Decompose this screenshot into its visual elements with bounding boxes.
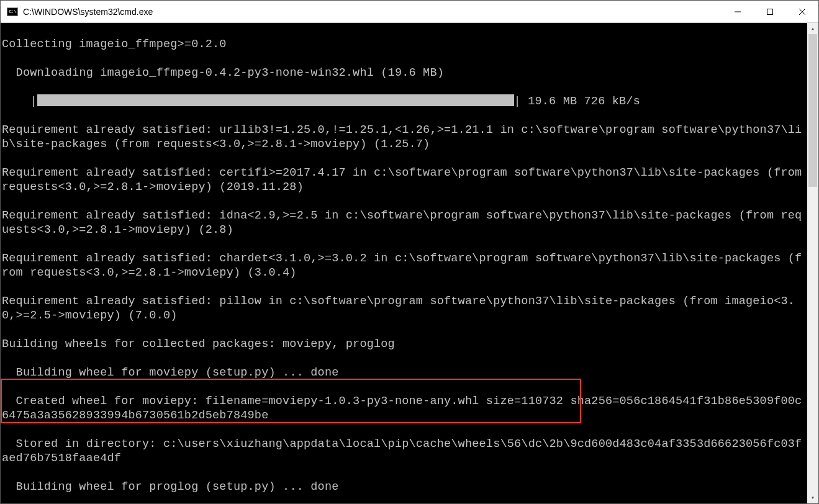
output-line: Stored in directory: c:\users\xiuzhang\a… [2, 437, 806, 466]
close-button[interactable] [786, 1, 818, 22]
output-line: Requirement already satisfied: certifi>=… [2, 166, 806, 194]
output-line: Building wheel for proglog (setup.py) ..… [2, 480, 806, 494]
output-line: Building wheels for collected packages: … [2, 337, 806, 351]
progress-bar-fill [37, 94, 514, 106]
scrollbar-thumb[interactable] [808, 34, 817, 187]
output-line: Requirement already satisfied: pillow in… [2, 294, 806, 323]
cmd-window: C:\ C:\WINDOWS\system32\cmd.exe Collecti… [0, 0, 819, 504]
terminal-output[interactable]: Collecting imageio_ffmpeg>=0.2.0 Downloa… [1, 23, 807, 503]
window-controls [722, 1, 818, 22]
content-area: Collecting imageio_ffmpeg>=0.2.0 Downloa… [1, 23, 818, 503]
output-line: Downloading imageio_ffmpeg-0.4.2-py3-non… [2, 66, 806, 80]
cmd-icon: C:\ [7, 7, 18, 16]
minimize-icon [734, 8, 741, 16]
scroll-up-arrow-icon[interactable]: ▴ [807, 23, 818, 34]
titlebar[interactable]: C:\ C:\WINDOWS\system32\cmd.exe [1, 1, 818, 23]
output-line: Building wheel for moviepy (setup.py) ..… [2, 366, 806, 380]
progress-line: || 19.6 MB 726 kB/s [2, 94, 806, 109]
maximize-icon [766, 8, 774, 16]
vertical-scrollbar[interactable]: ▴ ▾ [807, 23, 818, 503]
progress-indent [2, 95, 30, 108]
svg-rect-1 [767, 9, 773, 14]
progress-bar-start: | [30, 95, 37, 108]
progress-status: 19.6 MB 726 kB/s [521, 95, 640, 108]
progress-bar-end: | [514, 95, 521, 108]
scroll-down-arrow-icon[interactable]: ▾ [807, 492, 818, 503]
output-line: Created wheel for moviepy: filename=movi… [2, 394, 806, 423]
maximize-button[interactable] [754, 1, 786, 22]
output-line: Requirement already satisfied: idna<2.9,… [2, 209, 806, 237]
output-line: Collecting imageio_ffmpeg>=0.2.0 [2, 37, 806, 52]
window-title: C:\WINDOWS\system32\cmd.exe [23, 7, 722, 17]
minimize-button[interactable] [722, 1, 754, 22]
close-icon [799, 8, 806, 16]
output-line: Requirement already satisfied: urllib3!=… [2, 123, 806, 151]
output-line: Requirement already satisfied: chardet<3… [2, 251, 806, 280]
